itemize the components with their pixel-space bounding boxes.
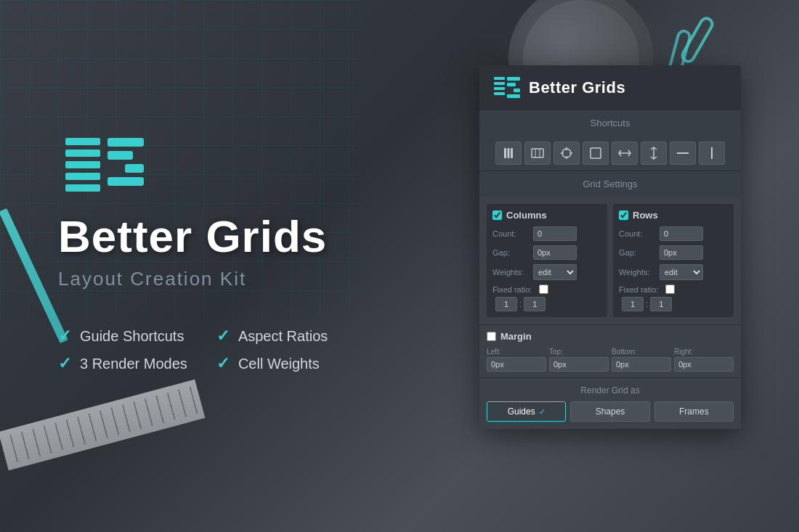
rows-gap-input[interactable] bbox=[660, 245, 703, 260]
columns-gap-input[interactable] bbox=[533, 245, 577, 260]
svg-rect-9 bbox=[494, 77, 505, 80]
columns-ratio-val2[interactable] bbox=[524, 297, 545, 311]
svg-rect-8 bbox=[65, 184, 100, 192]
render-guides-check: ✓ bbox=[539, 407, 545, 417]
shortcut-page-btn[interactable] bbox=[524, 142, 551, 165]
panel-logo-icon bbox=[494, 77, 520, 99]
svg-rect-5 bbox=[65, 150, 100, 157]
columns-count-row: Count: bbox=[492, 226, 601, 241]
rows-count-row: Count: bbox=[619, 226, 728, 241]
columns-weights-label: Weights: bbox=[492, 268, 530, 277]
rows-ratio-label: Fixed ratio: bbox=[619, 285, 662, 294]
rows-weights-label: Weights: bbox=[619, 268, 657, 277]
grid-settings: Columns Count: Gap: Weights: edit bbox=[479, 197, 741, 324]
rows-checkbox[interactable] bbox=[619, 210, 628, 220]
render-frames-btn[interactable]: Frames bbox=[654, 401, 734, 422]
margin-right-input[interactable] bbox=[674, 357, 734, 372]
columns-gap-row: Gap: bbox=[492, 245, 601, 260]
columns-label: Columns bbox=[506, 210, 547, 221]
rows-ratio-row: Fixed ratio: bbox=[619, 285, 728, 294]
render-guides-btn[interactable]: Guides ✓ bbox=[487, 401, 566, 422]
svg-rect-2 bbox=[125, 164, 144, 173]
margin-fields: Left: Top: Bottom: Right: bbox=[487, 348, 734, 372]
columns-ratio-label: Fixed ratio: bbox=[492, 285, 536, 294]
render-shapes-label: Shapes bbox=[596, 406, 625, 417]
check-icon-3: ✓ bbox=[58, 354, 71, 373]
columns-ratio-row: Fixed ratio: bbox=[492, 285, 601, 294]
rows-count-input[interactable] bbox=[660, 226, 703, 241]
svg-rect-17 bbox=[504, 148, 506, 158]
margin-bottom-field: Bottom: bbox=[612, 348, 671, 372]
svg-rect-12 bbox=[494, 92, 505, 95]
svg-rect-16 bbox=[507, 94, 520, 98]
brand-title: Better Grids bbox=[58, 210, 346, 262]
shortcut-crosshair-btn[interactable] bbox=[553, 142, 580, 165]
svg-rect-4 bbox=[65, 138, 100, 145]
columns-ratio-inputs: : bbox=[495, 297, 601, 311]
rows-ratio-sep: : bbox=[646, 299, 648, 309]
margin-left-field: Left: bbox=[487, 348, 546, 372]
svg-rect-15 bbox=[514, 89, 520, 92]
feature-item-4: ✓ Cell Weights bbox=[216, 354, 346, 373]
panel-header: Better Grids bbox=[479, 65, 741, 110]
margin-bottom-label: Bottom: bbox=[612, 348, 671, 356]
svg-rect-7 bbox=[65, 173, 100, 180]
columns-weights-row: Weights: edit bbox=[492, 264, 601, 280]
shortcuts-row bbox=[479, 136, 741, 171]
margin-left-input[interactable] bbox=[487, 357, 546, 372]
features-list: ✓ Guide Shortcuts ✓ Aspect Ratios ✓ 3 Re… bbox=[58, 327, 346, 373]
rows-weights-row: Weights: edit bbox=[619, 264, 728, 280]
columns-header: Columns bbox=[492, 210, 601, 221]
margin-label: Margin bbox=[500, 331, 532, 342]
svg-rect-10 bbox=[494, 82, 505, 85]
render-label: Render Grid as bbox=[487, 385, 734, 396]
svg-rect-19 bbox=[511, 148, 513, 158]
svg-rect-3 bbox=[108, 177, 144, 186]
shortcut-resize-h-btn[interactable] bbox=[612, 142, 638, 165]
rows-ratio-val1[interactable] bbox=[622, 297, 644, 311]
svg-rect-13 bbox=[507, 77, 520, 81]
render-shapes-btn[interactable]: Shapes bbox=[570, 401, 649, 422]
logo-icon bbox=[58, 131, 145, 203]
check-icon-2: ✓ bbox=[216, 327, 230, 345]
render-guides-label: Guides bbox=[508, 406, 535, 417]
render-section: Render Grid as Guides ✓ Shapes Frames bbox=[479, 377, 741, 429]
rows-ratio-inputs: : bbox=[622, 297, 728, 311]
shortcut-resize-v-btn[interactable] bbox=[641, 142, 667, 165]
margin-top-label: Top: bbox=[549, 348, 609, 356]
check-icon-1: ✓ bbox=[58, 327, 71, 345]
margin-top-input[interactable] bbox=[549, 357, 609, 372]
shortcut-line-btn[interactable] bbox=[699, 142, 725, 165]
columns-section: Columns Count: Gap: Weights: edit bbox=[487, 204, 607, 317]
shortcut-column-btn[interactable] bbox=[495, 142, 522, 165]
feature-item-2: ✓ Aspect Ratios bbox=[216, 327, 346, 345]
margin-right-label: Right: bbox=[674, 348, 734, 356]
margin-right-field: Right: bbox=[674, 348, 734, 372]
panel-title: Better Grids bbox=[529, 78, 625, 97]
render-frames-label: Frames bbox=[679, 406, 709, 417]
feature-item-1: ✓ Guide Shortcuts bbox=[58, 327, 187, 345]
shortcut-square-btn[interactable] bbox=[583, 142, 609, 165]
feature-label-4: Cell Weights bbox=[238, 356, 320, 372]
columns-checkbox[interactable] bbox=[492, 210, 502, 220]
columns-weights-select[interactable]: edit bbox=[533, 264, 577, 280]
margin-section: Margin Left: Top: Bottom: Right: bbox=[479, 324, 741, 377]
better-grids-panel: Better Grids Shortcuts Grid Settings bbox=[479, 65, 741, 429]
rows-ratio-checkbox[interactable] bbox=[665, 285, 675, 294]
columns-ratio-checkbox[interactable] bbox=[539, 285, 548, 294]
rows-weights-select[interactable]: edit bbox=[660, 264, 703, 280]
columns-count-input[interactable] bbox=[533, 226, 577, 241]
shortcut-minus-btn[interactable] bbox=[670, 142, 696, 165]
svg-rect-28 bbox=[591, 148, 601, 158]
margin-left-label: Left: bbox=[487, 348, 546, 356]
rows-label: Rows bbox=[633, 210, 658, 221]
columns-ratio-val1[interactable] bbox=[495, 297, 517, 311]
rows-ratio-val2[interactable] bbox=[650, 297, 672, 311]
feature-label-3: 3 Render Modes bbox=[80, 356, 187, 372]
shortcuts-label: Shortcuts bbox=[479, 110, 741, 136]
rows-count-label: Count: bbox=[619, 229, 657, 238]
render-buttons: Guides ✓ Shapes Frames bbox=[487, 401, 734, 422]
margin-checkbox[interactable] bbox=[487, 332, 496, 341]
margin-bottom-input[interactable] bbox=[612, 357, 671, 372]
rows-gap-row: Gap: bbox=[619, 245, 728, 260]
